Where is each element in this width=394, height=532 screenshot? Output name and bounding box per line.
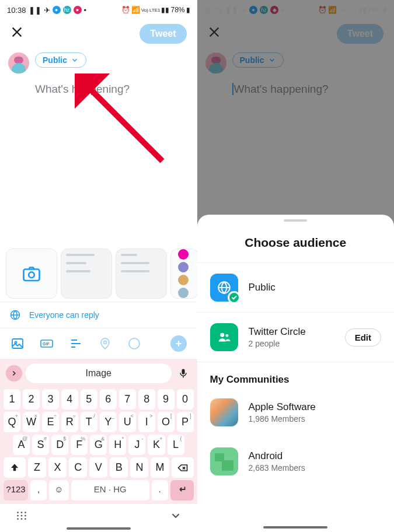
key-r[interactable]: R= — [61, 412, 78, 432]
key-1[interactable]: 1 — [4, 389, 20, 410]
key-y[interactable]: Y_ — [100, 412, 117, 432]
key-u[interactable]: U< — [119, 412, 136, 432]
community-sub: 1,986 Members — [249, 414, 382, 424]
tweet-button[interactable]: Tweet — [140, 24, 186, 44]
svg-rect-0 — [24, 270, 40, 281]
community-apple[interactable]: Apple Software 1,986 Members — [197, 388, 395, 437]
key-j[interactable]: J- — [128, 435, 145, 455]
key-0[interactable]: 0 — [177, 389, 194, 410]
key-x[interactable]: X — [48, 457, 67, 478]
key-o[interactable]: O[ — [158, 412, 175, 432]
community-android[interactable]: Android 2,683 Members — [197, 437, 395, 486]
key-l[interactable]: L( — [168, 435, 184, 455]
key-c[interactable]: C — [69, 457, 87, 478]
key-t[interactable]: T/ — [81, 412, 97, 432]
key-period[interactable]: . — [152, 480, 168, 501]
key-comma[interactable]: , — [30, 480, 47, 501]
key-s[interactable]: S# — [32, 435, 49, 455]
key-3[interactable]: 3 — [42, 389, 59, 410]
key-d[interactable]: D$ — [51, 435, 68, 455]
location-icon[interactable] — [98, 337, 112, 351]
key-a[interactable]: A@ — [13, 435, 30, 455]
signal-icon: ▮▮ — [161, 6, 169, 14]
key-f[interactable]: F% — [71, 435, 88, 455]
mic-icon[interactable] — [175, 365, 191, 382]
key-4[interactable]: 4 — [61, 389, 78, 410]
kb-collapse-icon[interactable] — [169, 509, 182, 522]
home-indicator[interactable] — [67, 527, 131, 530]
key-5[interactable]: 5 — [81, 389, 97, 410]
volte-icon: Vo) — [141, 8, 148, 13]
keyboard[interactable]: Image 1234567890 Q+W×E÷R=T/Y_U<I>O[P] A@… — [0, 359, 197, 504]
compose-row: Public — [0, 50, 197, 74]
more-dot: • — [84, 6, 87, 15]
audience-option-public[interactable]: Public — [197, 263, 395, 313]
key-space[interactable]: EN · HG — [71, 480, 149, 501]
media-thumb-3[interactable] — [170, 249, 198, 299]
key-8[interactable]: 8 — [138, 389, 155, 410]
kb-row-4: ZXCVBNM — [4, 457, 194, 478]
key-2[interactable]: 2 — [23, 389, 40, 410]
avatar[interactable] — [8, 52, 29, 74]
poll-icon[interactable] — [69, 337, 83, 351]
kb-suggestion[interactable]: Image — [26, 363, 172, 383]
key-9[interactable]: 9 — [158, 389, 175, 410]
net-icon: LTE1 — [149, 8, 161, 13]
kb-row-1: 1234567890 — [4, 389, 194, 410]
key-m[interactable]: M — [151, 457, 169, 478]
media-thumb-2[interactable] — [116, 249, 167, 299]
record-icon: ● — [74, 6, 82, 14]
image-icon[interactable] — [11, 337, 25, 351]
key-enter[interactable] — [170, 480, 194, 501]
key-k[interactable]: K+ — [148, 435, 165, 455]
kb-row-3: A@S#D$F%G&H*J-K+L( — [4, 435, 194, 455]
compose-placeholder[interactable]: What's happening? — [0, 74, 197, 96]
kb-row-5: ?123 , ☺ EN · HG . — [4, 480, 194, 501]
key-6[interactable]: 6 — [100, 389, 117, 410]
edit-circle-button[interactable]: Edit — [345, 328, 381, 346]
key-b[interactable]: B — [110, 457, 128, 478]
kb-expand-icon[interactable] — [6, 365, 22, 382]
battery-text: 78% — [170, 6, 184, 14]
svg-text:GIF: GIF — [43, 342, 50, 346]
key-n[interactable]: N — [130, 457, 148, 478]
status-bar: 10:38 ❚❚ ✈ ● hz ● • ⏰ 📶 Vo) LTE1 ▮▮ 78% … — [0, 0, 197, 18]
key-e[interactable]: E÷ — [42, 412, 59, 432]
gif-icon[interactable]: GIF — [40, 337, 54, 351]
key-p[interactable]: P] — [177, 412, 194, 432]
key-h[interactable]: H* — [109, 435, 126, 455]
key-7[interactable]: 7 — [119, 389, 136, 410]
key-shift[interactable] — [4, 457, 26, 478]
key-w[interactable]: W× — [23, 412, 40, 432]
media-thumb-1[interactable] — [61, 249, 112, 299]
community-icon — [210, 398, 238, 426]
svg-point-11 — [21, 512, 23, 513]
svg-point-10 — [17, 512, 19, 513]
community-label: Android — [249, 450, 382, 462]
key-g[interactable]: G& — [90, 435, 107, 455]
android-navbar — [0, 504, 197, 527]
key-v[interactable]: V — [89, 457, 107, 478]
audience-selector[interactable]: Public — [35, 52, 86, 68]
key-q[interactable]: Q+ — [4, 412, 20, 432]
home-indicator[interactable] — [263, 526, 327, 528]
add-thread-button[interactable] — [170, 335, 187, 352]
audience-option-circle[interactable]: Twitter Circle 2 people Edit — [197, 313, 395, 362]
key-backspace[interactable] — [172, 457, 194, 478]
key-z[interactable]: Z — [28, 457, 46, 478]
community-label: Apple Software — [249, 401, 382, 413]
reply-settings[interactable]: Everyone can reply — [0, 302, 197, 328]
circle-progress-icon — [127, 337, 141, 351]
kb-grid-icon[interactable] — [15, 509, 28, 522]
key-emoji[interactable]: ☺ — [49, 480, 69, 501]
camera-tile[interactable] — [6, 249, 57, 299]
key-symbols[interactable]: ?123 — [4, 480, 28, 501]
svg-point-12 — [25, 512, 26, 513]
close-button[interactable] — [11, 26, 23, 42]
globe-icon — [9, 309, 21, 321]
public-label: Public — [249, 282, 382, 293]
communities-header: My Communities — [197, 362, 395, 388]
key-i[interactable]: I> — [138, 412, 155, 432]
camera-icon — [21, 263, 42, 284]
svg-point-1 — [29, 272, 34, 278]
